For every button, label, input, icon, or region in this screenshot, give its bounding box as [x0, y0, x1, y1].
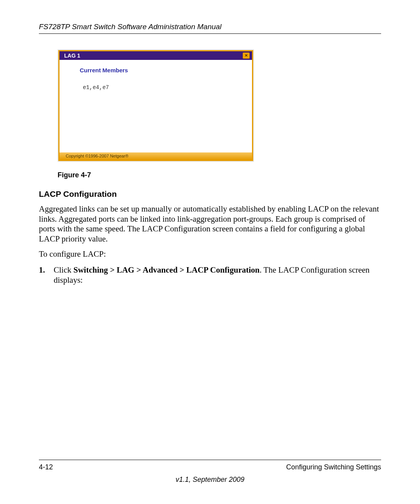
- document-title: FS728TP Smart Switch Software Administra…: [39, 23, 222, 31]
- close-glyph: ✕: [245, 54, 248, 58]
- dialog-body: Current Members e1,e4,e7: [60, 60, 252, 152]
- section-heading: LACP Configuration: [39, 189, 381, 199]
- page-version: v1.1, September 2009: [0, 476, 420, 484]
- lag-dialog: LAG 1 ✕ Current Members e1,e4,e7 Copyrig…: [58, 50, 253, 161]
- step-list: Click Switching > LAG > Advanced > LACP …: [39, 265, 381, 285]
- dialog-title: LAG 1: [64, 52, 80, 59]
- lag-dialog-screenshot: LAG 1 ✕ Current Members e1,e4,e7 Copyrig…: [58, 49, 254, 162]
- dialog-section-label: Current Members: [80, 67, 240, 74]
- section-paragraph-1: Aggregated links can be set up manually …: [39, 204, 381, 244]
- figure-caption: Figure 4-7: [58, 171, 381, 179]
- close-icon[interactable]: ✕: [243, 52, 250, 59]
- section-paragraph-2: To configure LACP:: [39, 249, 381, 259]
- footer-section: Configuring Switching Settings: [286, 463, 381, 471]
- dialog-members-list: e1,e4,e7: [83, 84, 240, 91]
- step-1-nav-path: Switching > LAG > Advanced > LACP Config…: [74, 265, 260, 275]
- page-number: 4-12: [39, 463, 53, 471]
- dialog-titlebar: LAG 1 ✕: [60, 51, 252, 60]
- page-footer: 4-12 Configuring Switching Settings: [39, 460, 381, 471]
- step-1: Click Switching > LAG > Advanced > LACP …: [39, 265, 381, 285]
- document-header: FS728TP Smart Switch Software Administra…: [39, 23, 381, 34]
- step-1-prefix: Click: [54, 265, 74, 275]
- dialog-copyright: Copyright ©1996-2007 Netgear®: [60, 152, 252, 160]
